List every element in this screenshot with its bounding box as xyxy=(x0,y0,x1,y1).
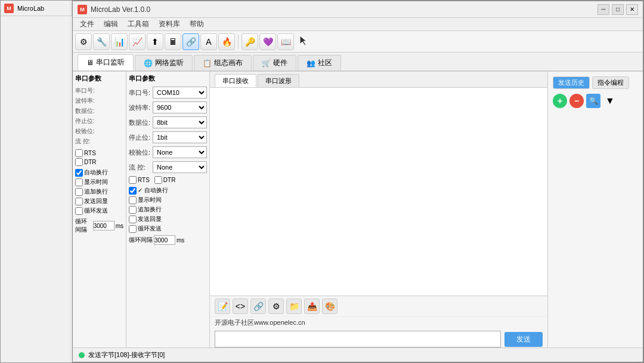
filter-history-btn[interactable]: ▼ xyxy=(603,94,617,108)
toolbar-folder-icon[interactable]: 📁 xyxy=(286,299,302,314)
tab-hardware[interactable]: 🛒 硬件 xyxy=(253,55,296,70)
toolbar-btn-a[interactable]: A xyxy=(200,33,217,50)
rts-dtr-row: RTS DTR xyxy=(129,176,207,184)
send-button[interactable]: 发送 xyxy=(504,332,543,347)
sp-port-label: 串口号: xyxy=(129,88,153,97)
maximize-btn[interactable]: □ xyxy=(612,4,624,15)
tab-community[interactable]: 👥 社区 xyxy=(298,55,341,70)
sp-title: 串口参数 xyxy=(129,74,207,83)
send-echo-check[interactable]: 发送回显 xyxy=(75,197,123,205)
inner-tab-waveform[interactable]: 串口波形 xyxy=(258,74,299,87)
port-select[interactable]: COM10 xyxy=(153,87,207,99)
loop-send-2[interactable]: 循环发送 xyxy=(129,224,207,233)
send-echo-2[interactable]: 发送回显 xyxy=(129,215,207,223)
rts-check-2[interactable]: RTS xyxy=(129,176,150,184)
status-bar: 发送字节[108]-接收字节[0] xyxy=(73,347,643,362)
right-tab-prog[interactable]: 指令编程 xyxy=(592,76,629,89)
loop-send-check[interactable]: 循环发送 xyxy=(75,207,123,215)
interval-input-2[interactable] xyxy=(154,235,175,245)
add-history-btn[interactable]: + xyxy=(553,94,567,108)
app-version-title: MicroLab Ver.1.0.0 xyxy=(91,5,597,14)
tab-network[interactable]: 🌐 网络监听 xyxy=(135,55,193,70)
toolbar-btn-heart[interactable]: 💜 xyxy=(259,33,276,50)
show-time-2[interactable]: 显示时间 xyxy=(129,196,207,204)
data-row: 数据位: 8bit xyxy=(129,116,207,128)
rts-cb-2[interactable] xyxy=(129,176,137,184)
right-tab-history[interactable]: 发送历史 xyxy=(553,76,590,89)
baud-label: 波特率: xyxy=(75,97,123,105)
stop-row: 停止位: 1bit xyxy=(129,131,207,143)
stop-select[interactable]: 1bit xyxy=(153,131,207,143)
toolbar-btn-fire[interactable]: 🔥 xyxy=(218,33,235,50)
stop-label: 停止位: xyxy=(75,117,123,125)
right-panel: 发送历史 指令编程 + − 🔍 ▼ xyxy=(547,72,643,350)
send-area: 发送 xyxy=(210,328,547,350)
menu-resources[interactable]: 资料库 xyxy=(154,18,185,30)
check-select[interactable]: None xyxy=(153,146,207,158)
interval-row-2: 循环间隔 ms xyxy=(129,235,207,245)
baud-select[interactable]: 9600 xyxy=(153,101,207,113)
interval-input[interactable] xyxy=(93,221,114,230)
toolbar-btn-2[interactable]: 🔧 xyxy=(93,33,110,50)
toolbar-btn-3[interactable]: 📊 xyxy=(111,33,128,50)
rts-check[interactable]: RTS xyxy=(75,149,123,157)
sp-data-label: 数据位: xyxy=(129,118,153,127)
data-label: 数据位: xyxy=(75,107,123,115)
flow-select[interactable]: None xyxy=(153,161,207,173)
dtr-cb-2[interactable] xyxy=(154,176,162,184)
toolbar-btn-6[interactable]: 🖩 xyxy=(165,33,181,50)
bottom-toolbar: 📝 <> 🔗 ⚙ 📁 📤 🎨 xyxy=(210,296,547,316)
port-label: 串口号: xyxy=(75,87,123,95)
tab-community-icon: 👥 xyxy=(306,59,315,67)
toolbar-btn-1[interactable]: ⚙ xyxy=(75,33,92,50)
toolbar-code-icon[interactable]: <> xyxy=(233,299,248,314)
menu-help[interactable]: 帮助 xyxy=(185,18,209,30)
dtr-check[interactable]: DTR xyxy=(75,158,123,166)
tab-canvas[interactable]: 📋 组态画布 xyxy=(194,55,252,70)
interval-unit: ms xyxy=(116,223,123,229)
show-time-check[interactable]: 显示时间 xyxy=(75,178,123,186)
send-input[interactable] xyxy=(215,331,501,347)
title-icon: M xyxy=(78,5,87,14)
auto-wrap-checkbox[interactable] xyxy=(75,169,83,177)
toolbar-btn-key[interactable]: 🔑 xyxy=(242,33,258,50)
cursor-area xyxy=(298,35,309,48)
svg-marker-0 xyxy=(300,36,306,45)
loop-send-checkbox[interactable] xyxy=(75,207,83,215)
right-panel-btns: + − 🔍 ▼ xyxy=(553,94,638,108)
inner-tab-receive[interactable]: 串口接收 xyxy=(215,74,256,87)
menu-tools[interactable]: 工具箱 xyxy=(123,18,154,30)
minimize-btn[interactable]: ─ xyxy=(597,4,609,15)
send-echo-checkbox[interactable] xyxy=(75,198,83,205)
add-nl-2[interactable]: 追加换行 xyxy=(129,205,207,214)
menu-edit[interactable]: 编辑 xyxy=(99,18,123,30)
data-select[interactable]: 8bit xyxy=(153,116,207,128)
toolbar-btn-book[interactable]: 📖 xyxy=(277,33,294,50)
toolbar-export-icon[interactable]: 📤 xyxy=(304,299,320,314)
toolbar-btn-link[interactable]: 🔗 xyxy=(182,33,199,50)
search-history-btn[interactable]: 🔍 xyxy=(586,94,600,108)
add-newline-check[interactable]: 追加换行 xyxy=(75,187,123,196)
add-newline-checkbox[interactable] xyxy=(75,188,83,196)
tab-serial[interactable]: 🖥 串口监听 xyxy=(78,54,134,70)
toolbar-edit-icon[interactable]: 📝 xyxy=(215,299,230,314)
menu-file[interactable]: 文件 xyxy=(75,18,99,30)
toolbar-palette-icon[interactable]: 🎨 xyxy=(322,299,338,314)
toolbar-gear-icon[interactable]: ⚙ xyxy=(268,299,284,314)
auto-wrap-2[interactable]: ✓ 自动换行 xyxy=(129,186,207,195)
flow-row: 流 控: None xyxy=(129,161,207,173)
show-time-checkbox[interactable] xyxy=(75,179,83,186)
tab-hardware-label: 硬件 xyxy=(273,58,287,68)
interval-row: 循环间隔 ms xyxy=(75,217,123,234)
toolbar-btn-5[interactable]: ⬆ xyxy=(147,33,163,50)
close-btn[interactable]: ✕ xyxy=(626,4,638,15)
toolbar-btn-4[interactable]: 📈 xyxy=(129,33,145,50)
rts-checkbox[interactable] xyxy=(75,149,83,157)
dtr-check-2[interactable]: DTR xyxy=(154,176,176,184)
tab-bar: 🖥 串口监听 🌐 网络监听 📋 组态画布 🛒 硬件 👥 社区 xyxy=(73,53,643,72)
auto-wrap-check[interactable]: 自动换行 xyxy=(75,168,123,177)
check-label: 校验位: xyxy=(75,127,123,136)
toolbar-link-icon[interactable]: 🔗 xyxy=(250,299,266,314)
dtr-checkbox[interactable] xyxy=(75,158,83,166)
remove-history-btn[interactable]: − xyxy=(569,94,584,108)
